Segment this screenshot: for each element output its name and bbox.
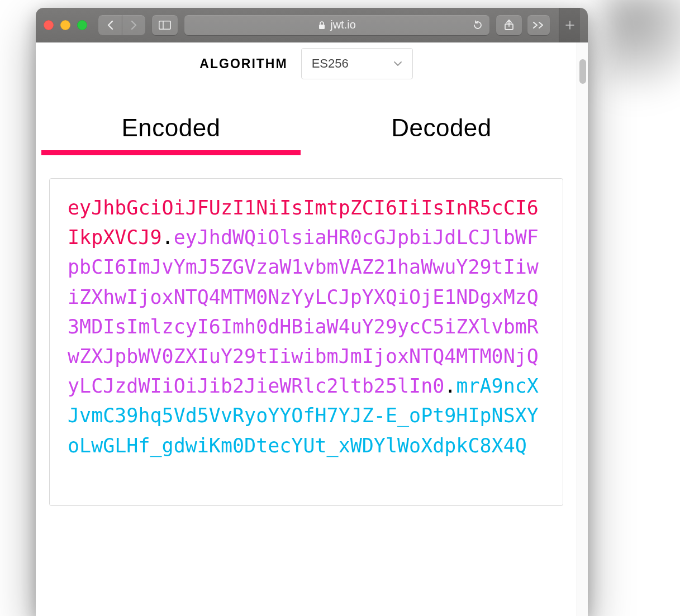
window-drop-shadow	[602, 0, 680, 101]
lock-icon	[318, 21, 326, 30]
token-payload-segment: eyJhdWQiOlsiaHR0cGJpbiJdLCJlbWFpbCI6ImJv…	[68, 226, 539, 397]
sidebar-icon	[159, 21, 171, 30]
svg-rect-0	[159, 21, 170, 28]
tab-encoded[interactable]: Encoded	[36, 102, 306, 155]
plus-icon	[565, 20, 575, 30]
safari-window: jwt.io	[36, 8, 588, 616]
algorithm-selected-value: ES256	[312, 56, 349, 71]
vertical-scrollbar[interactable]	[577, 42, 588, 616]
tabs-overflow-button[interactable]	[527, 15, 550, 35]
algorithm-row: ALGORITHM ES256	[36, 42, 577, 102]
new-tab-button[interactable]	[559, 8, 580, 42]
chevron-left-icon	[106, 20, 114, 30]
token-separator-dot: .	[444, 375, 456, 397]
tabs: Encoded Decoded	[36, 102, 577, 155]
sidebar-button[interactable]	[152, 15, 178, 35]
minimize-window-button[interactable]	[60, 20, 70, 30]
zoom-window-button[interactable]	[77, 20, 87, 30]
double-chevron-right-icon	[532, 21, 545, 29]
browser-titlebar: jwt.io	[36, 8, 588, 42]
algorithm-label: ALGORITHM	[199, 56, 287, 71]
forward-button[interactable]	[122, 15, 145, 35]
reload-button[interactable]	[473, 20, 483, 30]
chevron-right-icon	[130, 20, 138, 30]
address-bar[interactable]: jwt.io	[184, 15, 489, 35]
window-controls	[44, 20, 87, 30]
scrollbar-thumb[interactable]	[579, 59, 586, 84]
share-icon	[504, 20, 514, 31]
svg-rect-2	[319, 25, 325, 29]
encoded-token-box[interactable]: eyJhbGciOiJFUzI1NiIsImtpZCI6IiIsInR5cCI6…	[49, 178, 563, 506]
tab-decoded[interactable]: Decoded	[306, 102, 577, 155]
page-content: ALGORITHM ES256 Encoded Decoded eyJhbGci…	[36, 42, 577, 616]
right-toolbar	[496, 15, 550, 35]
back-button[interactable]	[98, 15, 122, 35]
nav-back-forward	[98, 15, 145, 35]
page-content-wrapper: ALGORITHM ES256 Encoded Decoded eyJhbGci…	[36, 42, 588, 616]
chevron-down-icon	[393, 61, 402, 66]
address-host: jwt.io	[330, 18, 356, 31]
algorithm-select[interactable]: ES256	[301, 48, 413, 79]
reload-icon	[473, 20, 483, 30]
token-separator-dot: .	[162, 226, 174, 249]
share-button[interactable]	[496, 15, 522, 35]
close-window-button[interactable]	[44, 20, 54, 30]
